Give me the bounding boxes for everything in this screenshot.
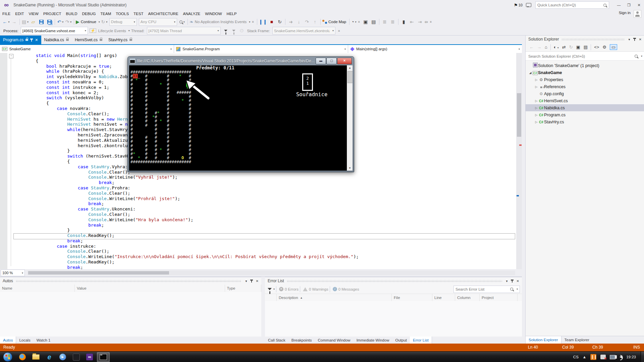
- collapsed-arrow-icon[interactable]: ▷: [534, 78, 538, 81]
- menu-debug[interactable]: DEBUG: [79, 10, 98, 17]
- autos-column-type[interactable]: Type: [225, 285, 261, 292]
- taskbar-internet-explorer-icon[interactable]: e: [43, 353, 55, 362]
- scrollbar-thumb[interactable]: [517, 93, 521, 137]
- find-button[interactable]: ▾: [178, 18, 186, 25]
- close-panel-icon[interactable]: ✕: [256, 279, 259, 283]
- menu-window[interactable]: WINDOW: [203, 10, 224, 17]
- menu-team[interactable]: TEAM: [98, 10, 113, 17]
- scroll-down-arrow[interactable]: ▼: [347, 166, 353, 171]
- device-error-tray-icon[interactable]: [600, 355, 606, 359]
- close-panel-icon[interactable]: ✕: [639, 38, 642, 41]
- debug-tab-watch-1[interactable]: Watch 1: [34, 337, 54, 344]
- taskbar-file-explorer-icon[interactable]: [30, 353, 42, 362]
- tree-item-program-cs[interactable]: ▷C#Program.cs: [526, 111, 644, 118]
- intellitrace-button[interactable]: ◔▾≡: [351, 18, 361, 25]
- view-code-icon[interactable]: <>: [594, 45, 599, 49]
- tree-item-snakegame[interactable]: ◢C#SnakeGame: [526, 69, 644, 76]
- show-desktop-button[interactable]: [641, 352, 644, 362]
- menu-architecture[interactable]: ARCHITECTURE: [146, 10, 180, 17]
- warnings-count[interactable]: 0 Warnings: [309, 287, 328, 291]
- restart-button[interactable]: ↻: [276, 18, 283, 25]
- code-map-button[interactable]: Code Map: [322, 18, 347, 25]
- flag-threads-filter-icon[interactable]: [222, 27, 229, 35]
- solution-explorer-search[interactable]: ▾: [526, 52, 644, 61]
- flagged-threads-icon[interactable]: [230, 27, 237, 35]
- document-outline-button[interactable]: ▤: [370, 18, 377, 25]
- error-column-line[interactable]: Line: [432, 294, 455, 301]
- home-icon[interactable]: ⌂: [545, 45, 547, 49]
- prev-bookmark-button[interactable]: ⇤: [408, 18, 416, 25]
- navigate-backward-button[interactable]: ←▾: [2, 18, 10, 25]
- taskbar-console-active[interactable]: [97, 352, 110, 362]
- autos-header[interactable]: Autos ▾ ✕: [0, 277, 261, 285]
- panel-tab-team-explorer[interactable]: Team Explorer: [561, 336, 592, 344]
- autos-body[interactable]: [0, 292, 261, 337]
- lifecycle-events-icon[interactable]: ⚡: [89, 27, 97, 35]
- next-bookmark-button[interactable]: ⇥: [416, 18, 424, 25]
- indent-increase-button[interactable]: ≣: [389, 18, 396, 25]
- minimize-button[interactable]: —: [614, 1, 624, 9]
- pin-icon[interactable]: [251, 280, 252, 283]
- menu-edit[interactable]: EDIT: [13, 10, 26, 17]
- output-tab-error-list[interactable]: Error List: [410, 337, 432, 344]
- switch-views-icon[interactable]: ⇄: [562, 45, 566, 49]
- indent-decrease-button[interactable]: ≣: [381, 18, 388, 25]
- console-minimize-button[interactable]: ▬: [316, 58, 326, 64]
- continue-button[interactable]: ▶ Continue▾: [76, 18, 100, 25]
- feedback-icon[interactable]: [526, 3, 531, 7]
- quick-launch-input[interactable]: [536, 3, 603, 7]
- window-layout-button[interactable]: ▣: [362, 18, 369, 25]
- properties-icon[interactable]: ⚙: [602, 45, 606, 49]
- solution-platform-dropdown[interactable]: Any CPU▾: [139, 18, 177, 26]
- member-dropdown[interactable]: Main(string[] args)▾: [348, 45, 522, 53]
- window-position-icon[interactable]: ▾: [506, 279, 508, 283]
- taskbar-firefox-icon[interactable]: [16, 353, 29, 362]
- language-indicator[interactable]: CS: [573, 355, 579, 359]
- navigate-forward-button[interactable]: →: [10, 18, 18, 25]
- restart-options-button[interactable]: ↻▾: [101, 18, 108, 25]
- expanded-arrow-icon[interactable]: ◢: [528, 71, 532, 74]
- back-icon[interactable]: ←: [529, 45, 534, 49]
- user-avatar[interactable]: [634, 10, 641, 18]
- step-into-button[interactable]: ↓: [295, 18, 303, 25]
- console-game-window[interactable]: file:///C:/Users/TheRefik/Documents/Visu…: [127, 56, 354, 172]
- start-button[interactable]: [3, 352, 12, 362]
- editor-zoom-dropdown[interactable]: 100 %▾: [1, 269, 25, 276]
- output-tab-output[interactable]: Output: [392, 337, 410, 344]
- menu-tools[interactable]: TOOLS: [113, 10, 131, 17]
- refresh-icon[interactable]: ↻: [569, 45, 573, 49]
- editor-horizontal-scrollbar[interactable]: [28, 270, 515, 275]
- show-next-statement-button[interactable]: ➜: [287, 18, 294, 25]
- output-tab-breakpoints[interactable]: Breakpoints: [288, 337, 315, 344]
- tree-item-solution-snakegame-1-project[interactable]: Solution 'SnakeGame' (1 project): [526, 62, 644, 69]
- tab-hernisvet-cs[interactable]: HerniSvet.cs: [72, 36, 105, 44]
- console-maximize-button[interactable]: ▢: [326, 58, 337, 64]
- application-insights-button[interactable]: ❧ No Application Insights Events▾≡: [190, 18, 255, 25]
- window-position-icon[interactable]: ▾: [246, 279, 247, 283]
- menu-file[interactable]: FILE: [0, 10, 13, 17]
- autos-column-value[interactable]: Value: [75, 285, 225, 292]
- debug-tab-autos[interactable]: Autos: [0, 337, 16, 344]
- notifications-flag-icon[interactable]: ⚑: [514, 3, 518, 8]
- process-dropdown[interactable]: [4960] SnakeGame.vshost.exe▾: [21, 27, 88, 35]
- menu-test[interactable]: TEST: [131, 10, 146, 17]
- menu-help[interactable]: HELP: [224, 10, 239, 17]
- solution-configuration-dropdown[interactable]: Debug▾: [109, 18, 137, 26]
- panel-tab-solution-explorer[interactable]: Solution Explorer: [526, 336, 561, 344]
- type-dropdown[interactable]: SnakeGame.Program▾: [174, 45, 348, 53]
- tree-item-nabidka-cs[interactable]: ▷C#Nabidka.cs: [526, 104, 644, 111]
- sync-active-document-icon[interactable]: ◐▾: [554, 45, 559, 49]
- restore-button[interactable]: ❐: [624, 1, 634, 9]
- error-list-search[interactable]: ▾: [453, 286, 520, 293]
- output-tab-command-window[interactable]: Command Window: [315, 337, 354, 344]
- pin-icon[interactable]: [634, 38, 635, 41]
- filter-icon[interactable]: [268, 288, 272, 290]
- solution-search-input[interactable]: [526, 54, 635, 58]
- collapsed-arrow-icon[interactable]: ▷: [534, 85, 538, 88]
- save-button[interactable]: [38, 18, 45, 25]
- stop-button[interactable]: ■: [268, 18, 275, 25]
- console-close-button[interactable]: ✕: [337, 58, 352, 64]
- collapse-region-button[interactable]: −: [9, 54, 13, 58]
- scroll-up-arrow[interactable]: ▲: [347, 65, 353, 70]
- taskbar-visual-studio-icon[interactable]: ∞: [84, 353, 96, 362]
